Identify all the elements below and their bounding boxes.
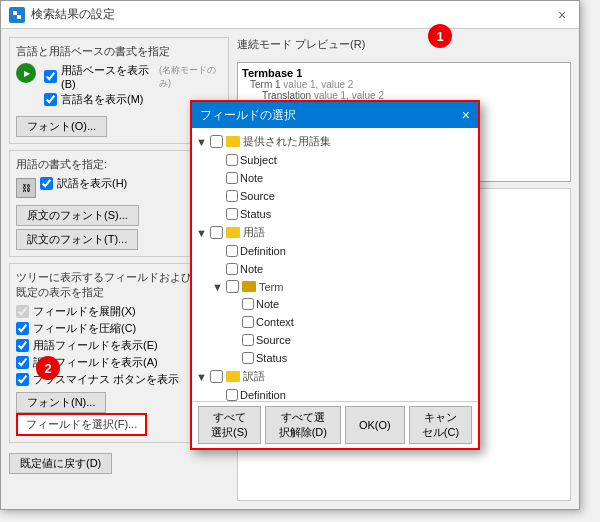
preview-termbase: Termbase 1 (242, 67, 566, 79)
svg-rect-1 (17, 15, 21, 19)
term1-label: Term 1 (250, 79, 281, 90)
dialog-close-btn[interactable]: × (462, 107, 470, 123)
label-term-2: Term (259, 281, 283, 293)
item-context-t2: Context (228, 313, 474, 331)
close-button[interactable]: × (553, 6, 571, 24)
item-subject: Subject (212, 151, 474, 169)
preview-title: 連続モード プレビュー(R) (237, 37, 571, 52)
item-source-1: Source (212, 187, 474, 205)
folder-icon-1 (226, 136, 240, 147)
item-source-t2: Source (228, 331, 474, 349)
badge-1: 1 (428, 24, 452, 48)
expand-1[interactable]: ▼ (196, 136, 207, 148)
checkbox-trans-label: 訳語を表示(H) (57, 176, 127, 191)
check-source-t2[interactable] (242, 334, 254, 346)
check-status-1[interactable] (226, 208, 238, 220)
title-bar: 検索結果の設定 × (1, 1, 579, 29)
reset-defaults-btn[interactable]: 既定値に戻す(D) (9, 453, 112, 474)
check-note-2[interactable] (226, 263, 238, 275)
checkbox-row-1: 用語ベースを表示(B) (名称モードのみ) (44, 63, 222, 90)
term-2-children: Note Context Source (228, 295, 474, 367)
checkbox-termfield[interactable] (16, 339, 29, 352)
checkbox-termfield-label: 用語フィールドを表示(E) (33, 338, 158, 353)
check-group-2[interactable] (210, 226, 223, 239)
checkbox-langname-label: 言語名を表示(M) (61, 92, 144, 107)
label-def-3: Definition (240, 387, 286, 401)
item-note-1: Note (212, 169, 474, 187)
group-1: ▼ 提供された用語集 Subject Note (196, 134, 474, 223)
item-status-t2: Status (228, 349, 474, 367)
label-def-2: Definition (240, 243, 286, 259)
tree-root: ▼ 提供された用語集 Subject Note (196, 134, 474, 401)
label-note-1: Note (240, 170, 263, 186)
dialog-title-bar: フィールドの選択 × (192, 102, 478, 128)
lang-section-title: 言語と用語ベースの書式を指定 (16, 44, 222, 59)
ok-btn[interactable]: OK(O) (345, 406, 405, 444)
group-1-children: Subject Note Source (212, 151, 474, 223)
app-icon (9, 7, 25, 23)
check-def-3[interactable] (226, 389, 238, 401)
subgroup-term-2: ▼ Term Note (212, 280, 474, 367)
check-note-t2[interactable] (242, 298, 254, 310)
checkbox-trans[interactable] (40, 177, 53, 190)
cancel-btn[interactable]: キャンセル(C) (409, 406, 472, 444)
badge-2: 2 (36, 356, 60, 380)
checkbox-transfield[interactable] (16, 356, 29, 369)
checkbox-compress[interactable] (16, 322, 29, 335)
window-title: 検索結果の設定 (31, 6, 115, 23)
checkbox-termbase[interactable] (44, 70, 57, 83)
item-def-3: Definition (212, 386, 474, 401)
dialog-content[interactable]: ▼ 提供された用語集 Subject Note (192, 128, 478, 401)
check-context-t2[interactable] (242, 316, 254, 328)
check-def-2[interactable] (226, 245, 238, 257)
trans-font-btn[interactable]: 訳文のフォント(T)... (16, 229, 138, 250)
item-note-2: Note (212, 260, 474, 278)
checkbox-compress-label: フィールドを圧縮(C) (33, 321, 136, 336)
item-def-2: Definition (212, 242, 474, 260)
expand-2[interactable]: ▼ (196, 227, 207, 239)
term-checkboxes: 訳語を表示(H) (40, 176, 127, 193)
check-term-2[interactable] (226, 280, 239, 293)
checkbox-langname[interactable] (44, 93, 57, 106)
label-subject: Subject (240, 152, 277, 168)
svg-rect-0 (13, 11, 17, 15)
link-icon: ⛓ (16, 178, 36, 198)
deselect-all-btn[interactable]: すべて選択解除(D) (265, 406, 341, 444)
group-2: ▼ 用語 Definition Note (196, 225, 474, 367)
group-2-label: 用語 (243, 225, 265, 240)
label-source-t2: Source (256, 332, 291, 348)
check-group-1[interactable] (210, 135, 223, 148)
check-note-1[interactable] (226, 172, 238, 184)
checkbox-plusminus[interactable] (16, 373, 29, 386)
label-status-t2: Status (256, 350, 287, 366)
expand-3[interactable]: ▼ (196, 371, 207, 383)
checkbox-expand[interactable] (16, 305, 29, 318)
field-dialog: フィールドの選択 × ▼ 提供された用語集 Subject (190, 100, 480, 450)
term-checkbox-1: 訳語を表示(H) (40, 176, 127, 191)
checkbox-note: (名称モードのみ) (159, 64, 222, 90)
dialog-title: フィールドの選択 (200, 107, 296, 124)
font-btn-field[interactable]: フォント(N)... (16, 392, 106, 413)
folder-icon-3 (226, 371, 240, 382)
label-status-1: Status (240, 206, 271, 222)
group-2-children: Definition Note ▼ Term (212, 242, 474, 367)
label-note-t2: Note (256, 296, 279, 312)
group-3-label: 訳語 (243, 369, 265, 384)
folder-icon-term-2 (242, 281, 256, 292)
group-3: ▼ 訳語 Definition Note (196, 369, 474, 401)
term1-value: value 1, value 2 (283, 79, 353, 90)
check-group-3[interactable] (210, 370, 223, 383)
group-1-label: 提供された用語集 (243, 134, 331, 149)
label-source-1: Source (240, 188, 275, 204)
item-status-1: Status (212, 205, 474, 223)
check-subject[interactable] (226, 154, 238, 166)
checkbox-expand-label: フィールドを展開(X) (33, 304, 136, 319)
select-all-btn[interactable]: すべて選択(S) (198, 406, 261, 444)
field-select-button[interactable]: フィールドを選択(F)... (16, 413, 147, 436)
font-btn-lang[interactable]: フォント(O)... (16, 116, 107, 137)
check-source-1[interactable] (226, 190, 238, 202)
dialog-footer: すべて選択(S) すべて選択解除(D) OK(O) キャンセル(C) (192, 401, 478, 448)
source-font-btn[interactable]: 原文のフォント(S)... (16, 205, 139, 226)
check-status-t2[interactable] (242, 352, 254, 364)
folder-icon-2 (226, 227, 240, 238)
